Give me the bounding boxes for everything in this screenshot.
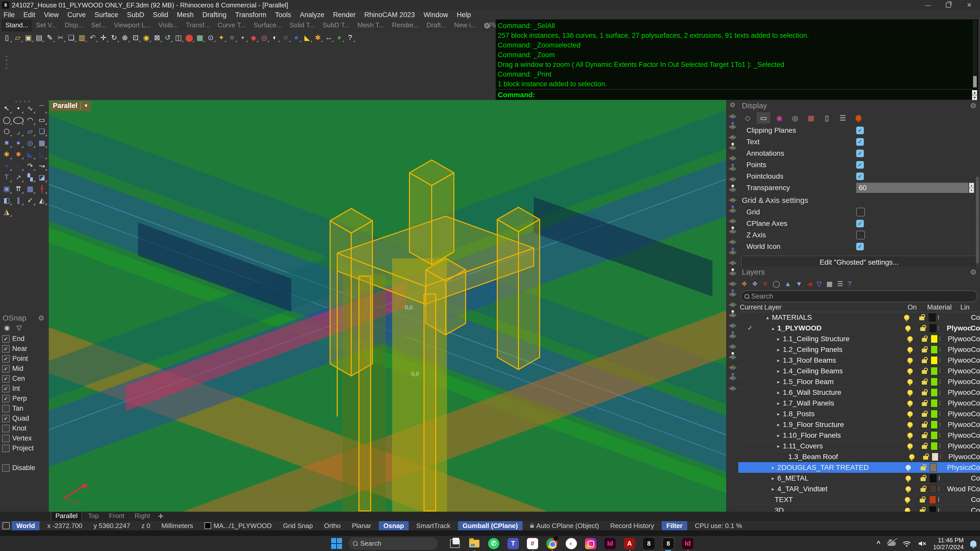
osnap-near[interactable]: ✓Near xyxy=(0,344,47,354)
gear-tools-icon[interactable]: ✱ xyxy=(312,32,323,43)
open-folder-icon[interactable]: ▱ xyxy=(12,32,23,43)
status-osnap[interactable]: Osnap xyxy=(379,521,409,530)
layer-bulb-icon[interactable] xyxy=(904,315,910,320)
acrobat-icon[interactable]: A xyxy=(624,538,635,549)
toolbar-tab-visib[interactable]: Visib... xyxy=(154,19,182,32)
cplane-tool-icon-16[interactable] xyxy=(728,267,738,277)
cplane-tool-icon-4[interactable] xyxy=(728,141,738,152)
taskbar-search[interactable]: Search xyxy=(349,538,437,549)
instagram-icon[interactable] xyxy=(585,538,597,549)
analyze-tool-icon[interactable]: ∥ xyxy=(13,194,24,206)
cplane-tool-icon-15[interactable] xyxy=(728,256,738,267)
toolbar-tab-draft[interactable]: Draft... xyxy=(423,19,450,32)
osnap-checkbox-vertex[interactable] xyxy=(2,435,10,442)
viewport-tab-parallel[interactable]: Parallel xyxy=(51,511,82,521)
notification-bell-icon[interactable] xyxy=(970,540,977,547)
zoom-window-icon[interactable]: ⊡ xyxy=(130,32,141,43)
lightbulb-icon[interactable]: ○ xyxy=(227,32,237,43)
osnap-checkbox-cen[interactable]: ✓ xyxy=(2,375,10,383)
layer-row-1-7-wall-panels[interactable]: ▸1.7_Wall PanelsPlywooCo xyxy=(738,398,980,409)
osnap-end[interactable]: ✓End xyxy=(0,334,47,344)
cplane-tool-icon-21[interactable] xyxy=(728,319,738,329)
display-checkbox-points[interactable]: ✓ xyxy=(856,161,864,169)
status-y-5360-2247[interactable]: y 5360.2247 xyxy=(88,522,136,530)
toolbar-gear-icon[interactable]: ⚙ xyxy=(484,22,490,30)
primitives-tool-icon[interactable]: ◭ xyxy=(36,194,48,206)
solid-box-tool-icon[interactable]: ▣ xyxy=(1,183,13,194)
display-gear-icon[interactable]: ⚙ xyxy=(970,102,977,110)
layer-row-1-3-beam-roof[interactable]: 1.3_Beam RoofPlywooCo xyxy=(738,451,980,462)
minimize-button[interactable]: — xyxy=(919,0,937,10)
filter-icon[interactable]: ▽ xyxy=(817,280,822,288)
undo-view-icon[interactable]: ↺ xyxy=(162,32,173,43)
toolbar-tab-viewport-l[interactable]: Viewport L... xyxy=(110,19,154,32)
layer-bulb-icon[interactable] xyxy=(905,486,911,492)
layer-material-dot[interactable] xyxy=(939,465,939,470)
layer-color-swatch[interactable] xyxy=(931,431,938,440)
mirror-tool-icon[interactable]: ◪ xyxy=(36,171,48,183)
osnap-checkbox-perp[interactable]: ✓ xyxy=(2,395,10,402)
add-viewport-icon[interactable]: ✛ xyxy=(158,513,163,520)
layer-material-dot[interactable] xyxy=(938,315,939,320)
undo-icon[interactable]: ↶ xyxy=(87,32,98,43)
copy-icon[interactable]: ❏ xyxy=(66,32,76,43)
command-scroll-up[interactable]: ▲ xyxy=(972,90,977,95)
surface-patch-tool-icon[interactable]: ❏ xyxy=(36,125,48,137)
layer-material-dot[interactable] xyxy=(940,337,940,341)
layer-color-swatch[interactable] xyxy=(931,367,938,375)
toolbar-tab-stand[interactable]: Stand... xyxy=(2,19,32,32)
display-mode-icon[interactable]: ▭ xyxy=(757,112,770,124)
cplane-tool-icon-22[interactable] xyxy=(728,329,738,340)
onedrive-paused-icon[interactable] xyxy=(887,541,896,546)
help-icon[interactable]: ? xyxy=(848,280,851,288)
status-cpu-use-0-1[interactable]: CPU use: 0.1 % xyxy=(689,522,748,530)
osnap-vertex[interactable]: Vertex xyxy=(0,433,47,443)
status-auto-cplane-object[interactable]: Auto CPlane (Object) xyxy=(525,522,605,530)
osnap-checkbox-knot[interactable] xyxy=(2,425,10,432)
layer-material-dot[interactable] xyxy=(940,379,940,384)
layer-bulb-icon[interactable] xyxy=(905,497,910,502)
layer-expand-icon[interactable]: ▸ xyxy=(777,400,783,406)
status-smarttrack[interactable]: SmartTrack xyxy=(411,522,456,530)
layer-lock-icon[interactable] xyxy=(920,499,925,502)
layer-material-dot[interactable] xyxy=(940,358,940,363)
layer-material-dot[interactable] xyxy=(940,411,940,416)
start-button[interactable] xyxy=(331,538,342,549)
layer-expand-icon[interactable]: ▸ xyxy=(772,464,777,471)
rendered-view-icon[interactable]: ● xyxy=(291,32,302,43)
color-wheel-icon[interactable]: ◎ xyxy=(259,32,270,43)
layer-bulb-icon[interactable] xyxy=(907,433,913,438)
layer-row-1-9-floor-structure[interactable]: ▸1.9_Floor StructurePlywooCo xyxy=(738,419,980,430)
display-checkbox-clipping-planes[interactable]: ✓ xyxy=(856,127,864,134)
layer-row-1-8-posts[interactable]: ▸1.8_PostsPlywooCo xyxy=(738,409,980,419)
ellipse-tool-icon[interactable]: ◯ xyxy=(13,114,24,125)
layer-material-dot[interactable] xyxy=(940,390,940,395)
close-button[interactable]: ✕ xyxy=(960,0,978,10)
menu-solid[interactable]: Solid xyxy=(153,11,168,19)
new-file-icon[interactable]: ▯ xyxy=(2,32,12,43)
wifi-icon[interactable] xyxy=(902,540,911,547)
layer-row-2douglas-tar-treated[interactable]: ▸2DOUGLAS_TAR TREATEDPhysicaCo xyxy=(738,462,980,473)
cplane-tool-icon-8[interactable] xyxy=(728,183,738,194)
layer-material-dot[interactable] xyxy=(939,475,940,481)
toolbar-tab-surface[interactable]: Surface... xyxy=(250,19,286,32)
object-display-icon[interactable]: ◇ xyxy=(741,112,754,124)
cplane-tool-icon-5[interactable] xyxy=(728,152,738,162)
command-scroll-down[interactable]: ▼ xyxy=(972,95,977,100)
status-planar[interactable]: Planar xyxy=(346,522,377,530)
layer-row-1-5-floor-beam[interactable]: ▸1.5_Floor BeamPlywooCo xyxy=(738,376,980,387)
set-view-icon[interactable]: ⊙ xyxy=(205,32,216,43)
layer-row-1-6-wall-structure[interactable]: ▸1.6_Wall StructurePlywooCo xyxy=(738,387,980,398)
status-gumball-cplane[interactable]: Gumball (CPlane) xyxy=(458,521,523,530)
cplane-tool-icon-3[interactable] xyxy=(728,131,738,141)
toolbar-tab-mesh-t[interactable]: Mesh T... xyxy=(353,19,388,32)
cplane-tool-icon-6[interactable] xyxy=(728,162,738,173)
layer-material-dot[interactable] xyxy=(938,497,939,502)
osnap-checkbox-tan[interactable] xyxy=(2,405,10,413)
layer-row-materials[interactable]: ▴MATERIALSCo xyxy=(738,312,980,323)
layer-color-swatch[interactable] xyxy=(929,313,936,322)
select-tool-icon[interactable]: ↖ xyxy=(1,103,13,114)
layer-color-swatch[interactable] xyxy=(929,324,936,332)
status-millimeters[interactable]: Millimeters xyxy=(156,522,199,530)
layer-lock-icon[interactable] xyxy=(922,392,927,395)
